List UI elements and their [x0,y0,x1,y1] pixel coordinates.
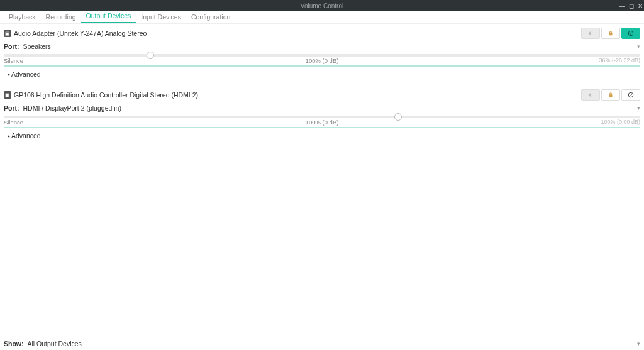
port-value: Speakers [23,43,51,50]
sound-card-icon: ▣ [4,30,11,37]
show-value[interactable]: All Output Devices [28,340,82,347]
mute-button[interactable] [581,28,600,39]
speaker-icon [587,92,594,98]
vu-meter [4,127,640,128]
window-title: Volume Control [301,3,343,9]
minimize-icon[interactable]: — [619,3,625,9]
set-fallback-button[interactable] [621,89,640,101]
vu-meter [4,65,640,67]
output-device: ▣ GP106 High Definition Audio Controller… [0,85,644,143]
output-device: ▣ Audio Adapter (Unitek Y-247A) Analog S… [0,24,644,82]
slider-value-label: 36% (-26.32 dB) [599,57,640,63]
expand-icon: ▸ [8,72,10,77]
slider-center-label: 100% (0 dB) [4,119,640,126]
sound-card-icon: ▣ [4,91,11,99]
set-fallback-button[interactable] [621,28,640,39]
window-controls: — ◻ ✕ [619,3,643,9]
lock-channels-button[interactable] [601,28,620,39]
mute-button[interactable] [581,89,600,101]
show-label: Show: [4,340,24,347]
check-circle-icon [628,92,634,98]
port-row[interactable]: Port: Speakers ▾ [4,43,640,50]
tab-bar: Playback Recording Output Devices Input … [0,11,644,24]
chevron-down-icon[interactable]: ▾ [637,105,640,111]
device-header: ▣ GP106 High Definition Audio Controller… [4,89,640,101]
device-title: GP106 High Definition Audio Controller D… [14,91,198,99]
close-icon[interactable]: ✕ [638,3,643,9]
expand-icon: ▸ [8,133,10,139]
tab-playback[interactable]: Playback [4,11,41,23]
tab-output-devices[interactable]: Output Devices [80,9,136,23]
volume-slider[interactable]: Silence 100% (0 dB) 100% (0.00 dB) [4,116,640,128]
tab-configuration[interactable]: Configuration [186,11,235,23]
device-header: ▣ Audio Adapter (Unitek Y-247A) Analog S… [4,28,640,39]
titlebar: Volume Control — ◻ ✕ [0,0,644,11]
lock-icon [608,92,614,98]
port-row[interactable]: Port: HDMI / DisplayPort 2 (plugged in) … [4,104,640,112]
speaker-icon [587,30,594,36]
slider-value-label: 100% (0.00 dB) [601,119,640,125]
port-value: HDMI / DisplayPort 2 (plugged in) [23,104,121,112]
chevron-down-icon[interactable]: ▾ [637,43,640,50]
footer-bar: Show: All Output Devices ▾ [0,337,644,350]
device-button-group [581,89,640,101]
port-label: Port: [4,104,19,112]
slider-labels: Silence 100% (0 dB) 36% (-26.32 dB) [4,57,640,64]
advanced-label: Advanced [11,70,41,78]
check-circle-icon [628,30,634,36]
device-button-group [581,28,640,39]
maximize-icon[interactable]: ◻ [629,3,634,9]
lock-channels-button[interactable] [601,89,620,101]
port-label: Port: [4,43,19,50]
tab-recording[interactable]: Recording [41,11,81,23]
advanced-expander[interactable]: ▸ Advanced [4,69,640,82]
slider-labels: Silence 100% (0 dB) 100% (0.00 dB) [4,118,640,126]
slider-center-label: 100% (0 dB) [4,57,640,64]
volume-slider[interactable]: Silence 100% (0 dB) 36% (-26.32 dB) [4,54,640,67]
tab-input-devices[interactable]: Input Devices [136,11,186,23]
advanced-expander[interactable]: ▸ Advanced [4,131,640,143]
device-title: Audio Adapter (Unitek Y-247A) Analog Ste… [14,30,147,37]
chevron-down-icon[interactable]: ▾ [637,341,640,347]
lock-icon [608,30,614,36]
advanced-label: Advanced [11,132,41,139]
